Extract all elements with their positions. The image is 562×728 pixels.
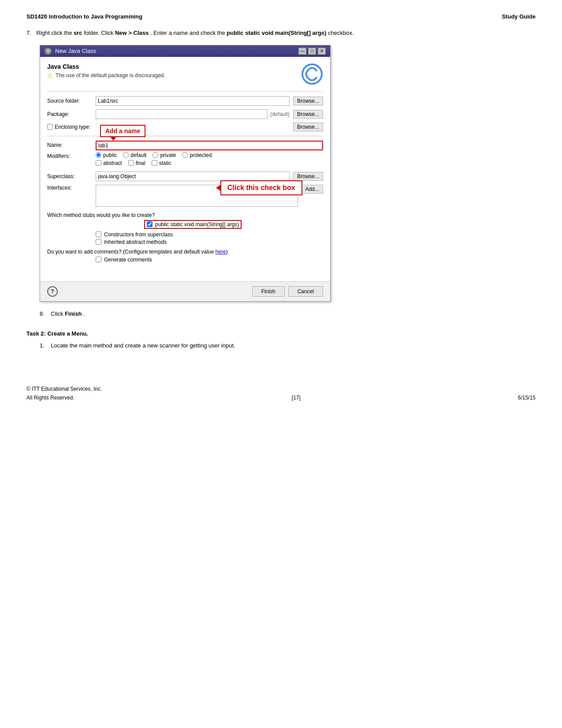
method2-label: Constructors from superclass [104, 231, 173, 238]
click-checkbox-tooltip: Click this check box [220, 180, 302, 195]
generate-comments-item: Generate comments [96, 257, 323, 263]
finish-button[interactable]: Finish [252, 286, 285, 297]
comments-link[interactable]: here [216, 249, 226, 255]
method2-checkbox[interactable] [96, 231, 101, 237]
method3-label: Inherited abstract methods [104, 239, 167, 245]
enclosing-row: Enclosing type: Browse... [47, 123, 323, 131]
superclass-input[interactable] [96, 172, 290, 181]
source-folder-input[interactable] [96, 96, 290, 106]
superclass-browse[interactable]: Browse... [293, 172, 323, 181]
step8-end: . [83, 310, 85, 317]
step8-before: Click [51, 310, 65, 317]
step7-mid1: folder. Click [84, 30, 115, 36]
step8-text: 8. Click Finish . [40, 310, 536, 317]
step8-finish: Finish [65, 310, 82, 317]
dialog-warning: ⚠ The use of the default package is disc… [47, 72, 301, 79]
dialog-titlebar: ⚙ New Java Class — □ ✕ [40, 45, 330, 57]
help-button[interactable]: ? [47, 286, 58, 297]
separator2 [47, 136, 323, 136]
modifier-private[interactable]: private [153, 152, 176, 158]
step7-src: src [74, 30, 82, 36]
modifier-static-check[interactable] [152, 160, 157, 166]
page-num: [17] [292, 395, 301, 401]
modifier-abstract-check[interactable] [96, 160, 101, 166]
method3-item: Inherited abstract methods [96, 239, 323, 245]
modifier-default[interactable]: default [123, 152, 146, 158]
modifier-final[interactable]: final [128, 160, 145, 166]
comments-question: Do you want to add comments? (Configure … [47, 249, 323, 255]
step7-text: 7. Right click the src folder. Click New… [26, 29, 536, 38]
enclosing-checkbox[interactable] [47, 124, 53, 130]
interfaces-add[interactable]: Add... [301, 185, 323, 194]
modifier-protected-label: protected [190, 152, 212, 158]
interfaces-row: Interfaces: Click this check box Add... [47, 185, 323, 209]
close-button[interactable]: ✕ [318, 48, 326, 55]
method1-highlighted: public static void main(String[] args) [144, 220, 242, 229]
package-input[interactable] [96, 109, 268, 119]
dialog-title: New Java Class [55, 48, 96, 54]
step7-number: 7. [26, 30, 31, 36]
step7-end: checkbox. [328, 30, 354, 36]
task2-step1: 1. Locate the main method and create a n… [40, 341, 536, 351]
modifier-final-check[interactable] [128, 160, 134, 166]
package-row: Package: (default) Browse... [47, 109, 323, 119]
modifier-abstract[interactable]: abstract [96, 160, 122, 166]
modifiers-label: Modifiers: [47, 152, 96, 159]
modifier-public[interactable]: public [96, 152, 117, 158]
modifier-public-label: public [103, 152, 117, 158]
superclass-row: Superclass: Browse... [47, 172, 323, 181]
modifier-private-label: private [160, 152, 176, 158]
page-footer: © ITT Educational Services, Inc. All Rig… [26, 386, 536, 401]
footer-line: All Rights Reserved. [17] 6/15/15 [26, 395, 536, 401]
package-browse[interactable]: Browse... [293, 110, 323, 119]
source-folder-browse[interactable]: Browse... [293, 97, 323, 105]
modifier-default-radio[interactable] [123, 152, 129, 158]
date: 6/15/15 [518, 395, 536, 401]
method1-checkbox[interactable] [147, 221, 153, 227]
footer-buttons: Finish Cancel [252, 286, 323, 297]
titlebar-controls[interactable]: — □ ✕ [298, 48, 326, 55]
all-rights: All Rights Reserved. [26, 395, 74, 401]
modifier-protected-radio[interactable] [182, 152, 188, 158]
minimize-button[interactable]: — [298, 48, 306, 55]
modifier-protected[interactable]: protected [182, 152, 212, 158]
modifiers-line1: public default private protected [96, 152, 323, 158]
modifier-private-radio[interactable] [153, 152, 158, 158]
java-logo [301, 63, 323, 85]
header-left: SD1420 Introduction to Java Programming [26, 13, 142, 20]
methods-question: Which method stubs would you like to cre… [47, 212, 323, 218]
method3-checkbox[interactable] [96, 239, 101, 245]
dialog-footer: ? Finish Cancel [40, 281, 330, 301]
java-class-title: Java Class [47, 63, 301, 70]
enclosing-browse[interactable]: Browse... [293, 123, 323, 131]
step7-mid2: . Enter a name and check the [150, 30, 227, 36]
modifier-final-label: final [136, 160, 145, 166]
comments-text-before: Do you want to add comments? (Configure … [47, 249, 216, 255]
step8-number: 8. [40, 310, 45, 317]
header-right: Study Guide [502, 13, 536, 20]
dialog-header-left: Java Class ⚠ The use of the default pack… [47, 63, 301, 79]
add-name-tooltip: Add a name [100, 125, 145, 137]
cancel-button[interactable]: Cancel [288, 286, 323, 297]
restore-button[interactable]: □ [308, 48, 316, 55]
modifier-static[interactable]: static [152, 160, 171, 166]
generate-comments-label: Generate comments [104, 257, 152, 263]
modifiers-row: Modifiers: public default private [47, 152, 323, 168]
modifier-static-label: static [159, 160, 171, 166]
modifier-public-radio[interactable] [96, 152, 101, 158]
generate-comments-checkbox[interactable] [96, 257, 101, 262]
name-input[interactable] [96, 141, 323, 150]
source-folder-row: Source folder: Browse... [47, 96, 323, 106]
step7-main: public static void main(String[] args) [227, 30, 326, 36]
method1-item: public static void main(String[] args) [96, 220, 323, 230]
new-java-class-dialog: ⚙ New Java Class — □ ✕ Java Class ⚠ The … [40, 45, 331, 302]
step7-new-class: New > Class [115, 30, 149, 36]
name-label: Name: [47, 141, 96, 148]
modifier-default-label: default [130, 152, 146, 158]
task2-step1-prefix: 1. [40, 342, 45, 349]
modifiers-options: public default private protected [96, 152, 323, 168]
dialog-header-section: Java Class ⚠ The use of the default pack… [47, 63, 323, 85]
source-folder-label: Source folder: [47, 98, 96, 104]
warning-icon: ⚠ [47, 72, 53, 79]
enclosing-label: Enclosing type: [55, 124, 103, 130]
